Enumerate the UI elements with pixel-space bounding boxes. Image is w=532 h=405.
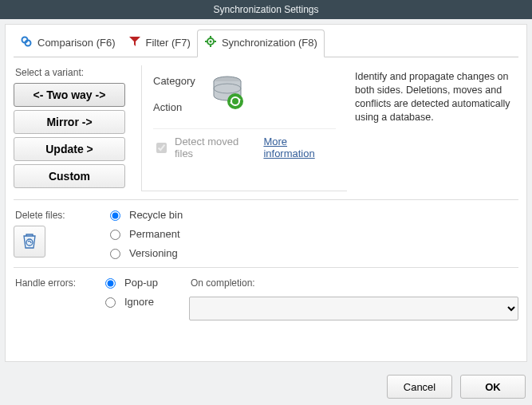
tab-label: Filter (F7) xyxy=(146,37,191,49)
detect-moved-label: Detect moved files xyxy=(175,136,252,159)
completion-heading: On completion: xyxy=(191,277,518,289)
tab-comparison[interactable]: Comparison (F6) xyxy=(14,29,122,57)
label-category: Category xyxy=(153,75,195,87)
svg-point-10 xyxy=(227,93,243,109)
tab-label: Comparison (F6) xyxy=(37,37,116,49)
radio-ignore[interactable]: Ignore xyxy=(101,295,158,308)
radio-label: Permanent xyxy=(129,228,180,240)
svg-point-3 xyxy=(209,41,211,43)
divider xyxy=(14,267,518,268)
radio-label: Versioning xyxy=(129,247,178,259)
tab-filter[interactable]: Filter (F7) xyxy=(122,29,197,57)
dialog-body: Comparison (F6) Filter (F7) Synchronizat… xyxy=(5,24,527,362)
delete-heading: Delete files: xyxy=(15,210,90,221)
dialog-footer: Cancel OK xyxy=(0,367,532,405)
radio-popup[interactable]: Pop-up xyxy=(101,276,158,289)
tab-label: Synchronization (F8) xyxy=(222,37,317,49)
database-sync-icon xyxy=(207,72,248,116)
variant-custom-button[interactable]: Custom xyxy=(14,164,125,188)
gears-icon xyxy=(204,35,217,50)
delete-method-button[interactable] xyxy=(14,226,45,258)
label-action: Action xyxy=(153,101,195,113)
variant-twoway-button[interactable]: <- Two way -> xyxy=(14,83,125,107)
radio-recycle[interactable]: Recycle bin xyxy=(106,208,183,221)
recycle-bin-icon xyxy=(20,231,39,253)
radio-label: Recycle bin xyxy=(129,209,183,221)
radio-permanent[interactable]: Permanent xyxy=(106,227,183,240)
window-title: Synchronization Settings xyxy=(0,0,532,19)
radio-label: Pop-up xyxy=(124,277,158,289)
filter-icon xyxy=(128,35,141,50)
detect-moved-input xyxy=(156,143,167,153)
comparison-icon xyxy=(20,35,33,50)
divider xyxy=(14,199,518,200)
variant-mirror-button[interactable]: Mirror -> xyxy=(14,110,125,134)
variant-heading: Select a variant: xyxy=(15,67,141,78)
variant-update-button[interactable]: Update > xyxy=(14,137,125,161)
radio-versioning[interactable]: Versioning xyxy=(106,246,183,259)
more-info-link[interactable]: More information xyxy=(263,136,336,159)
detect-moved-checkbox: Detect moved files xyxy=(153,136,252,159)
errors-heading: Handle errors: xyxy=(15,277,90,289)
tab-synchronization[interactable]: Synchronization (F8) xyxy=(197,29,325,57)
cancel-button[interactable]: Cancel xyxy=(387,375,452,399)
ok-button[interactable]: OK xyxy=(460,375,526,399)
tab-bar: Comparison (F6) Filter (F7) Synchronizat… xyxy=(14,29,518,57)
radio-label: Ignore xyxy=(124,296,154,308)
variant-description: Identify and propagate changes on both s… xyxy=(347,65,518,191)
completion-select[interactable] xyxy=(189,297,518,320)
